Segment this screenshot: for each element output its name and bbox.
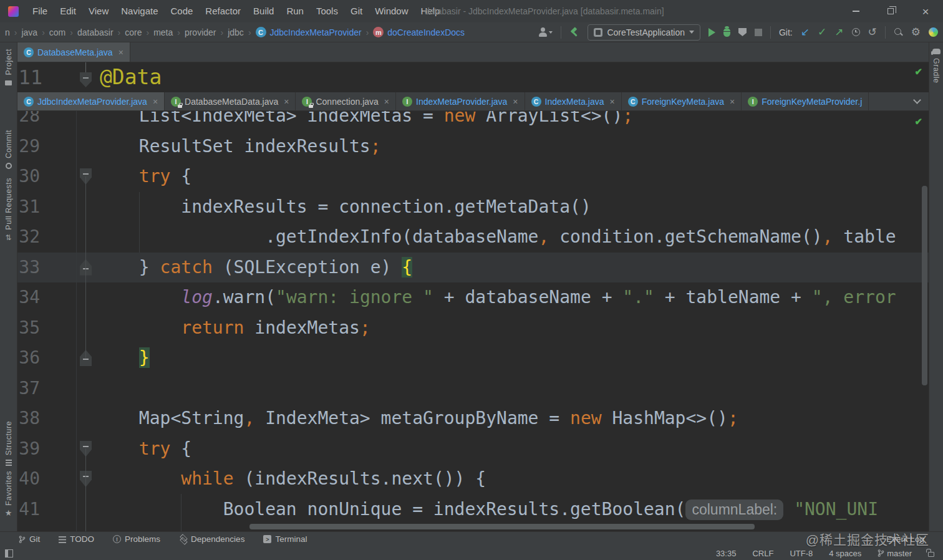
breadcrumb-item-provider[interactable]: provider: [185, 27, 216, 37]
tab-label: Connection.java: [316, 97, 378, 107]
breadcrumb-item-java[interactable]: java: [21, 27, 37, 37]
indent-setting[interactable]: 4 spaces: [829, 549, 861, 558]
breadcrumb-item-n[interactable]: n: [5, 27, 10, 37]
close-tab-icon[interactable]: ×: [513, 97, 518, 107]
caret-position[interactable]: 33:35: [716, 549, 737, 558]
close-tab-icon[interactable]: ×: [284, 97, 289, 107]
close-tab-icon[interactable]: ×: [730, 97, 735, 107]
history-clock-icon[interactable]: [852, 28, 860, 36]
build-hammer-icon[interactable]: [569, 27, 579, 37]
breadcrumb-item-meta[interactable]: meta: [153, 27, 173, 37]
menu-run[interactable]: Run: [280, 0, 310, 22]
code-text[interactable]: } catch (SQLException e) {: [55, 253, 412, 283]
class-icon: C: [531, 97, 541, 107]
close-tab-icon[interactable]: ×: [153, 97, 158, 107]
breadcrumb-item-databasir[interactable]: databasir: [77, 27, 114, 37]
search-icon[interactable]: [894, 27, 903, 37]
fold-marker-icon[interactable]: [80, 72, 92, 87]
sidebar-item-project[interactable]: Project: [0, 49, 17, 85]
breadcrumb-item-jdbc[interactable]: jdbc: [228, 27, 244, 37]
breadcrumb-method[interactable]: mdoCreateIndexDocs: [373, 27, 465, 37]
menu-edit[interactable]: Edit: [54, 0, 82, 22]
breadcrumb-item-core[interactable]: core: [125, 27, 142, 37]
close-button[interactable]: ×: [908, 0, 943, 22]
git-commit-check-button[interactable]: ✓: [818, 27, 826, 37]
editor-main-content[interactable]: 28 List<IndexMeta> indexMetas = new Arra…: [17, 111, 929, 531]
settings-gear-icon[interactable]: ⚙: [911, 27, 921, 37]
code-text[interactable]: log.warn("warn: ignore " + databaseName …: [55, 282, 896, 313]
user-profile-button[interactable]: [538, 27, 553, 37]
menu-file[interactable]: File: [26, 0, 54, 22]
run-with-coverage-button[interactable]: [738, 28, 747, 36]
menu-refactor[interactable]: Refactor: [199, 0, 247, 22]
code-text[interactable]: Map<String, IndexMeta> metaGroupByName =…: [55, 403, 738, 434]
menu-code[interactable]: Code: [164, 0, 199, 22]
breadcrumb-item-com[interactable]: com: [49, 27, 65, 37]
close-tab-icon[interactable]: ×: [384, 97, 389, 107]
tab-databasemetadata-java[interactable]: IDatabaseMetaData.java×: [165, 92, 296, 110]
inspections-ok-icon[interactable]: ✔: [914, 66, 922, 77]
sidebar-item-pull-requests[interactable]: Pull Requests⇅: [0, 178, 17, 241]
tab-foreignkeymeta-java[interactable]: CForeignKeyMeta.java×: [622, 92, 742, 110]
sidebar-item-favorites[interactable]: Favorites★: [0, 471, 17, 517]
tab-databasemeta[interactable]: C DatabaseMeta.java ×: [17, 42, 130, 62]
sidebar-item-commit[interactable]: Commit: [0, 130, 17, 170]
tool-window-switcher-icon[interactable]: [5, 549, 13, 558]
tab-connection-java[interactable]: IConnection.java×: [296, 92, 396, 110]
code-text[interactable]: Boolean nonUnique = indexResults.getBool…: [55, 495, 878, 525]
rollback-icon[interactable]: ↺: [868, 27, 877, 37]
tool-window-button-problems[interactable]: !Problems: [113, 534, 160, 544]
git-update-button[interactable]: ↙: [801, 27, 810, 37]
breadcrumb-class[interactable]: CJdbcIndexMetaProvider: [256, 27, 362, 37]
string-literal: "warn: ignore ": [276, 287, 433, 307]
code-text[interactable]: try {: [55, 434, 191, 465]
run-configuration-select[interactable]: CoreTestApplication: [588, 24, 700, 41]
code-text[interactable]: ResultSet indexResults;: [55, 132, 381, 162]
menu-view[interactable]: View: [82, 0, 115, 22]
code-text[interactable]: .getIndexInfo(databaseName, condition.ge…: [55, 222, 896, 253]
editor-top-content[interactable]: 11 @Data: [17, 62, 929, 92]
close-tab-icon[interactable]: ×: [118, 47, 123, 57]
inspections-ok-icon[interactable]: ✔: [914, 116, 922, 127]
stop-button[interactable]: [755, 29, 762, 36]
git-branch-icon: [878, 549, 884, 558]
maximize-button[interactable]: [873, 0, 908, 22]
tab-indexmetaprovider-java[interactable]: IIndexMetaProvider.java×: [396, 92, 525, 110]
file-encoding[interactable]: UTF-8: [790, 549, 813, 558]
menu-window[interactable]: Window: [369, 0, 414, 22]
code-token: table: [833, 226, 896, 247]
tab-jdbcindexmetaprovider-java[interactable]: CJdbcIndexMetaProvider.java×: [17, 92, 165, 110]
ide-sphere-icon[interactable]: [929, 27, 938, 37]
code-text[interactable]: indexResults = connection.getMetaData(): [55, 192, 591, 223]
sidebar-item-gradle[interactable]: Gradle: [929, 47, 943, 84]
menu-git[interactable]: Git: [344, 0, 369, 22]
git-branch-widget[interactable]: master: [878, 549, 912, 558]
code-text[interactable]: List<IndexMeta> indexMetas = new ArrayLi…: [55, 111, 633, 132]
git-push-button[interactable]: ↗: [834, 27, 843, 37]
annotation-code[interactable]: @Data: [100, 62, 162, 92]
tab-indexmeta-java[interactable]: CIndexMeta.java×: [525, 92, 622, 110]
code-text[interactable]: while (indexResults.next()) {: [55, 464, 486, 495]
tool-window-button-dependencies[interactable]: Dependencies: [179, 534, 244, 544]
code-text[interactable]: try {: [55, 162, 191, 192]
tab-overflow-chevron-icon[interactable]: [913, 96, 921, 104]
sidebar-item-structure[interactable]: Structure: [0, 421, 17, 466]
vertical-scrollbar[interactable]: [922, 186, 927, 385]
menu-tools[interactable]: Tools: [310, 0, 344, 22]
run-button[interactable]: [708, 28, 715, 37]
close-tab-icon[interactable]: ×: [610, 97, 615, 107]
horizontal-scrollbar[interactable]: [249, 524, 755, 529]
tool-window-button-git[interactable]: Git: [19, 534, 40, 544]
code-token: List<IndexMeta> indexMetas =: [139, 111, 444, 126]
debug-button[interactable]: [723, 28, 730, 37]
menu-build[interactable]: Build: [247, 0, 280, 22]
write-access-lock-icon[interactable]: [928, 552, 934, 557]
minimize-button[interactable]: [838, 0, 873, 22]
code-text[interactable]: }: [55, 343, 150, 374]
code-text[interactable]: return indexMetas;: [55, 313, 370, 344]
tool-window-button-terminal[interactable]: >Terminal: [263, 534, 307, 544]
tab-foreignkeymetaprovider-j[interactable]: IForeignKeyMetaProvider.j: [742, 92, 869, 110]
line-ending[interactable]: CRLF: [752, 549, 773, 558]
menu-navigate[interactable]: Navigate: [115, 0, 164, 22]
tool-window-button-todo[interactable]: TODO: [59, 534, 94, 544]
